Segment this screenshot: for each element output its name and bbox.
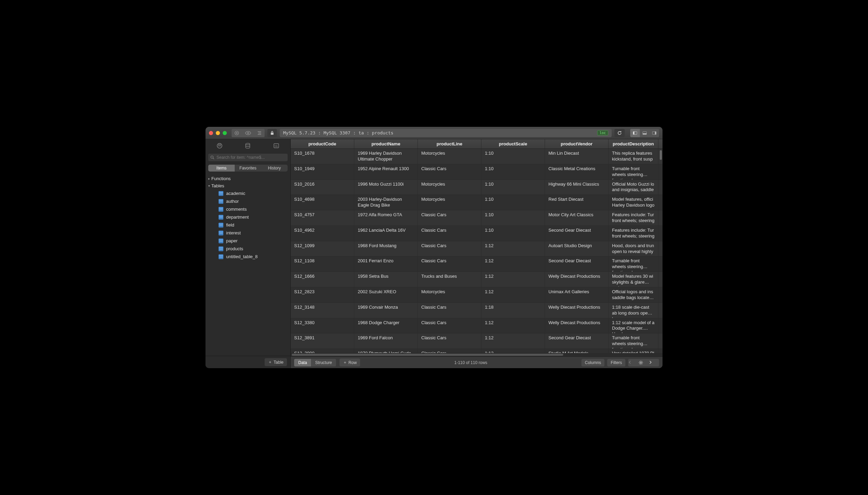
column-header-productName[interactable]: productName	[354, 139, 418, 148]
table-row[interactable]: S12_33801968 Dodge ChargerClassic Cars1:…	[291, 318, 663, 334]
horizontal-scrollbar[interactable]	[291, 353, 663, 356]
cell-productDescription[interactable]: Turnable front wheels steering function;…	[609, 333, 658, 349]
cell-productScale[interactable]: 1:10	[481, 149, 545, 164]
cell-productDescription[interactable]: Official logos and ins saddle bags locat…	[609, 287, 658, 302]
cell-productDescription[interactable]: Features include: Tur front wheels; stee…	[609, 210, 658, 226]
cell-productName[interactable]: 1962 LanciaA Delta 16V	[354, 226, 418, 241]
sidebar-table-untitled_table_8[interactable]: untitled_table_8	[205, 253, 290, 261]
next-page-button[interactable]	[649, 359, 659, 366]
cell-productCode[interactable]: S10_1949	[291, 164, 354, 179]
refresh-button[interactable]	[614, 129, 625, 137]
layout-bottom-button[interactable]	[640, 129, 649, 137]
cell-productScale[interactable]: 1:12	[481, 241, 545, 256]
cell-productCode[interactable]: S12_1666	[291, 272, 354, 287]
add-table-button[interactable]: ＋ Table	[265, 358, 287, 366]
cell-productCode[interactable]: S12_2823	[291, 287, 354, 302]
cell-productLine[interactable]: Classic Cars	[418, 164, 481, 179]
close-window-button[interactable]	[209, 131, 213, 135]
lock-icon[interactable]	[267, 129, 277, 137]
cell-productDescription[interactable]: Turnable front wheels steering function;…	[609, 256, 658, 272]
connection-tab-icon[interactable]	[210, 141, 229, 150]
cell-productVendor[interactable]: Highway 66 Mini Classics	[545, 180, 609, 195]
add-row-button[interactable]: ＋ Row	[340, 359, 360, 366]
column-header-productScale[interactable]: productScale	[481, 139, 545, 148]
column-header-productVendor[interactable]: productVendor	[545, 139, 609, 148]
cell-productCode[interactable]: S10_1678	[291, 149, 354, 164]
sidebar-table-products[interactable]: products	[205, 245, 290, 253]
vertical-scroll-thumb[interactable]	[660, 150, 662, 160]
cell-productLine[interactable]: Classic Cars	[418, 241, 481, 256]
table-row[interactable]: S10_19491952 Alpine Renault 1300Classic …	[291, 164, 663, 180]
cell-productScale[interactable]: 1:12	[481, 287, 545, 302]
table-row[interactable]: S10_47571972 Alfa Romeo GTAClassic Cars1…	[291, 210, 663, 226]
table-row[interactable]: S10_49621962 LanciaA Delta 16VClassic Ca…	[291, 226, 663, 241]
cell-productVendor[interactable]: Second Gear Diecast	[545, 226, 609, 241]
cell-productCode[interactable]: S12_1108	[291, 256, 354, 272]
cell-productCode[interactable]: S10_2016	[291, 180, 354, 195]
cell-productScale[interactable]: 1:12	[481, 272, 545, 287]
cell-productLine[interactable]: Motorcycles	[418, 287, 481, 302]
data-view-button[interactable]: Data	[294, 359, 311, 366]
table-row[interactable]: S12_10991968 Ford MustangClassic Cars1:1…	[291, 241, 663, 257]
cell-productLine[interactable]: Motorcycles	[418, 195, 481, 210]
cell-productName[interactable]: 1958 Setra Bus	[354, 272, 418, 287]
table-row[interactable]: S10_46982003 Harley-Davidson Eagle Drag …	[291, 195, 663, 210]
cell-productDescription[interactable]: Model features, offici Harley Davidson l…	[609, 195, 658, 210]
cell-productLine[interactable]: Classic Cars	[418, 318, 481, 333]
cell-productVendor[interactable]: Unimax Art Galleries	[545, 287, 609, 302]
cell-productLine[interactable]: Classic Cars	[418, 333, 481, 349]
cell-productLine[interactable]: Motorcycles	[418, 149, 481, 164]
horizontal-scroll-thumb[interactable]	[292, 354, 563, 356]
cell-productName[interactable]: 1996 Moto Guzzi 1100i	[354, 180, 418, 195]
cell-productVendor[interactable]: Motor City Art Classics	[545, 210, 609, 226]
cell-productCode[interactable]: S12_1099	[291, 241, 354, 256]
cell-productVendor[interactable]: Second Gear Diecast	[545, 333, 609, 349]
cell-productDescription[interactable]: Official Moto Guzzi lo and insignias, sa…	[609, 180, 658, 195]
column-header-productCode[interactable]: productCode	[291, 139, 354, 148]
cell-productName[interactable]: 2003 Harley-Davidson Eagle Drag Bike	[354, 195, 418, 210]
cell-productName[interactable]: 1952 Alpine Renault 1300	[354, 164, 418, 179]
cell-productVendor[interactable]: Autoart Studio Design	[545, 241, 609, 256]
cell-productLine[interactable]: Classic Cars	[418, 210, 481, 226]
filter-tab-history[interactable]: History	[261, 165, 288, 172]
cell-productDescription[interactable]: Features include: Tur front wheels; stee…	[609, 226, 658, 241]
sidebar-table-interest[interactable]: interest	[205, 229, 290, 237]
cell-productDescription[interactable]: Turnable front wheels steering function;…	[609, 164, 658, 179]
cell-productName[interactable]: 1969 Harley Davidson Ultimate Chopper	[354, 149, 418, 164]
filter-tab-items[interactable]: Items	[208, 165, 235, 172]
cell-productVendor[interactable]: Classic Metal Creations	[545, 164, 609, 179]
cell-productScale[interactable]: 1:18	[481, 303, 545, 318]
database-tab-icon[interactable]	[238, 141, 257, 150]
filters-button[interactable]: Filters	[607, 359, 625, 366]
cell-productScale[interactable]: 1:10	[481, 164, 545, 179]
cell-productDescription[interactable]: This replica features kickstand, front s…	[609, 149, 658, 164]
sidebar-search[interactable]	[208, 154, 288, 161]
cell-productScale[interactable]: 1:12	[481, 318, 545, 333]
cell-productCode[interactable]: S10_4962	[291, 226, 354, 241]
structure-view-button[interactable]: Structure	[311, 359, 336, 366]
sidebar-table-comments[interactable]: comments	[205, 205, 290, 213]
cell-productDescription[interactable]: Very detailed 1970 Pl Cuda model in 1:12…	[609, 349, 658, 353]
functions-group[interactable]: ▸ Functions	[205, 175, 290, 182]
cell-productScale[interactable]: 1:10	[481, 210, 545, 226]
table-row[interactable]: S12_28232002 Suzuki XREOMotorcycles1:12U…	[291, 287, 663, 303]
cell-productScale[interactable]: 1:10	[481, 195, 545, 210]
sidebar-table-field[interactable]: field	[205, 221, 290, 229]
cell-productLine[interactable]: Classic Cars	[418, 349, 481, 353]
cell-productLine[interactable]: Motorcycles	[418, 180, 481, 195]
cell-productDescription[interactable]: 1:18 scale die-cast ab long doors open, …	[609, 303, 658, 318]
sidebar-table-department[interactable]: department	[205, 213, 290, 221]
cell-productName[interactable]: 1969 Ford Falcon	[354, 333, 418, 349]
search-input[interactable]	[216, 155, 286, 160]
cell-productVendor[interactable]: Welly Diecast Productions	[545, 318, 609, 333]
cell-productName[interactable]: 1968 Dodge Charger	[354, 318, 418, 333]
table-row[interactable]: S12_11082001 Ferrari EnzoClassic Cars1:1…	[291, 256, 663, 272]
cell-productDescription[interactable]: Model features 30 wi skylights & glare r…	[609, 272, 658, 287]
cell-productLine[interactable]: Classic Cars	[418, 303, 481, 318]
sql-tab-icon[interactable]: SQL	[267, 141, 286, 150]
cell-productVendor[interactable]: Second Gear Diecast	[545, 256, 609, 272]
cell-productName[interactable]: 1968 Ford Mustang	[354, 241, 418, 256]
cell-productVendor[interactable]: Welly Diecast Productions	[545, 272, 609, 287]
cell-productCode[interactable]: S12_3148	[291, 303, 354, 318]
cell-productScale[interactable]: 1:10	[481, 226, 545, 241]
